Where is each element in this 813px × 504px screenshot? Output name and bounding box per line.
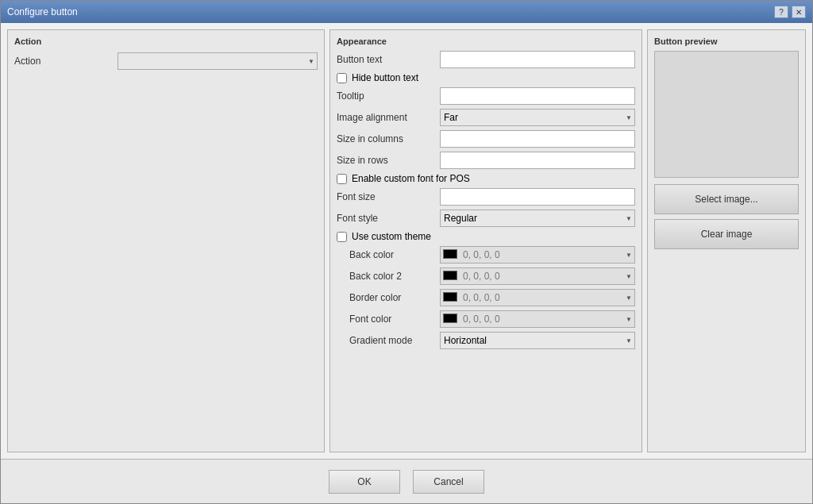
font-style-row: Font style Regular Bold Italic Bold Ital…: [337, 210, 635, 227]
font-color-label: Font color: [337, 314, 440, 325]
font-color-row: Font color 0, 0, 0, 0: [337, 310, 635, 328]
configure-button-dialog: Configure button ? ✕ Action Action Appea…: [0, 0, 813, 504]
back-color-row: Back color 0, 0, 0, 0: [337, 246, 635, 264]
back-color-wrapper: 0, 0, 0, 0: [440, 246, 635, 264]
font-size-label: Font size: [337, 191, 440, 202]
size-columns-input[interactable]: 1: [440, 130, 635, 148]
action-dropdown-wrapper: [118, 52, 318, 70]
hide-button-text-label: Hide button text: [352, 72, 418, 83]
gradient-mode-row: Gradient mode Horizontal Vertical None: [337, 332, 635, 349]
image-alignment-select[interactable]: Far Near Center: [440, 109, 635, 126]
action-select[interactable]: [118, 52, 318, 70]
title-bar: Configure button ? ✕: [1, 1, 812, 23]
action-panel: Action Action: [7, 29, 325, 452]
font-color-wrapper: 0, 0, 0, 0: [440, 310, 635, 328]
back-color-swatch: [443, 249, 457, 259]
gradient-mode-wrapper: Horizontal Vertical None: [440, 332, 635, 349]
gradient-mode-label: Gradient mode: [337, 335, 440, 346]
font-style-wrapper: Regular Bold Italic Bold Italic: [440, 210, 635, 227]
custom-theme-row: Use custom theme: [337, 231, 635, 242]
font-style-label: Font style: [337, 213, 440, 224]
back-color2-label: Back color 2: [337, 271, 440, 282]
border-color-label: Border color: [337, 292, 440, 303]
preview-panel-label: Button preview: [654, 37, 799, 46]
back-color2-wrapper: 0, 0, 0, 0: [440, 267, 635, 285]
button-text-input[interactable]: [440, 51, 635, 68]
button-text-row: Button text: [337, 51, 635, 68]
back-color2-swatch: [443, 271, 457, 280]
dialog-title: Configure button: [7, 6, 78, 17]
appearance-panel-label: Appearance: [337, 37, 635, 46]
size-rows-input[interactable]: 1: [440, 152, 635, 169]
tooltip-input[interactable]: [440, 87, 635, 105]
font-size-input[interactable]: 12: [440, 188, 635, 206]
border-color-wrapper: 0, 0, 0, 0: [440, 289, 635, 306]
tooltip-label: Tooltip: [337, 90, 440, 102]
tooltip-row: Tooltip: [337, 87, 635, 105]
font-color-swatch: [443, 314, 457, 323]
title-controls: ? ✕: [774, 6, 806, 18]
size-rows-label: Size in rows: [337, 155, 440, 166]
back-color-select[interactable]: 0, 0, 0, 0: [440, 246, 635, 264]
dialog-body: Action Action Appearance Button text: [1, 23, 812, 459]
size-columns-label: Size in columns: [337, 133, 440, 144]
custom-font-label: Enable custom font for POS: [352, 173, 470, 184]
close-button[interactable]: ✕: [792, 6, 806, 18]
gradient-mode-select[interactable]: Horizontal Vertical None: [440, 332, 635, 349]
ok-button[interactable]: OK: [329, 470, 400, 494]
cancel-button[interactable]: Cancel: [413, 470, 484, 494]
back-color2-select[interactable]: 0, 0, 0, 0: [440, 267, 635, 285]
image-alignment-wrapper: Far Near Center: [440, 109, 635, 126]
font-style-select[interactable]: Regular Bold Italic Bold Italic: [440, 210, 635, 227]
button-preview-area: [654, 51, 799, 178]
hide-button-text-checkbox[interactable]: [337, 73, 347, 83]
back-color-label: Back color: [337, 249, 440, 260]
select-image-button[interactable]: Select image...: [654, 184, 799, 214]
dialog-footer: OK Cancel: [1, 459, 812, 503]
preview-panel: Button preview Select image... Clear ima…: [647, 29, 806, 452]
font-color-select[interactable]: 0, 0, 0, 0: [440, 310, 635, 328]
action-label: Action: [14, 56, 118, 67]
action-field-row: Action: [14, 52, 318, 70]
font-size-row: Font size 12: [337, 188, 635, 206]
help-button[interactable]: ?: [774, 6, 788, 18]
clear-image-button[interactable]: Clear image: [654, 219, 799, 249]
back-color2-row: Back color 2 0, 0, 0, 0: [337, 267, 635, 285]
appearance-panel: Appearance Button text Hide button text …: [329, 29, 642, 452]
border-color-swatch: [443, 292, 457, 302]
image-alignment-row: Image alignment Far Near Center: [337, 109, 635, 126]
hide-button-text-row: Hide button text: [337, 72, 635, 83]
custom-font-checkbox[interactable]: [337, 174, 347, 184]
custom-theme-checkbox[interactable]: [337, 232, 347, 242]
border-color-select[interactable]: 0, 0, 0, 0: [440, 289, 635, 306]
size-columns-row: Size in columns 1: [337, 130, 635, 148]
custom-font-row: Enable custom font for POS: [337, 173, 635, 184]
border-color-row: Border color 0, 0, 0, 0: [337, 289, 635, 306]
button-text-label: Button text: [337, 54, 440, 65]
custom-theme-label: Use custom theme: [352, 231, 431, 242]
action-panel-label: Action: [14, 37, 318, 46]
image-alignment-label: Image alignment: [337, 112, 440, 123]
size-rows-row: Size in rows 1: [337, 152, 635, 169]
